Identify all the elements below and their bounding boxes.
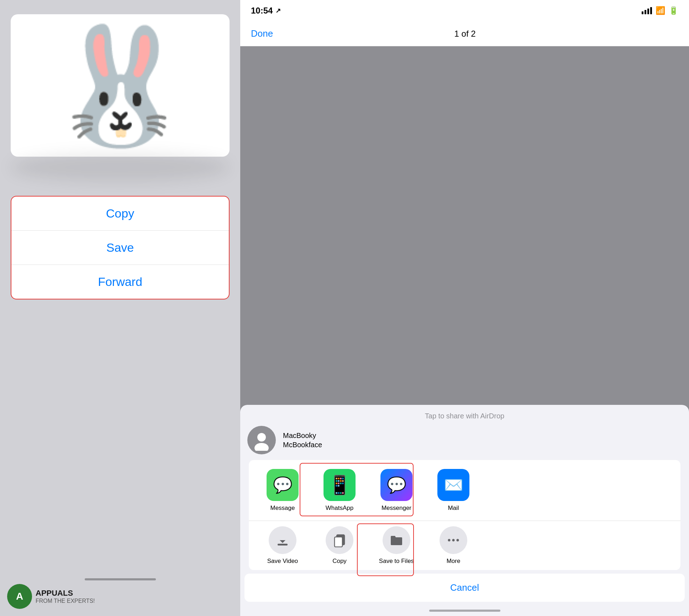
home-indicator-right (240, 605, 689, 616)
save-video-label: Save Video (267, 558, 298, 565)
watermark-name: APPUALS (36, 589, 95, 598)
wifi-icon: 📶 (656, 6, 665, 15)
svg-point-0 (257, 433, 266, 442)
emoji-card: 🐰 (11, 14, 230, 157)
messenger-label: Messenger (382, 505, 411, 512)
save-menu-item[interactable]: Save (11, 231, 229, 265)
battery-icon: 🔋 (669, 6, 678, 15)
svg-rect-2 (278, 544, 288, 545)
more-label: More (447, 558, 461, 565)
whatsapp-icon: 📱 (324, 469, 356, 501)
share-sheet: Tap to share with AirDrop MacBookyMcBook… (240, 405, 689, 616)
watermark: A APPUALS FROM THE EXPERTS! (7, 584, 95, 609)
watermark-tagline: FROM THE EXPERTS! (36, 598, 95, 604)
status-bar: 10:54 ↗ 📶 🔋 (240, 0, 689, 21)
apps-row-container: 💬 Message 📱 WhatsApp 💬 (244, 460, 685, 521)
whatsapp-app[interactable]: 📱 WhatsApp (311, 464, 368, 517)
preview-area: 🐰 Tap to share with AirDrop MacBookyMcBo… (240, 46, 689, 616)
contact-avatar (247, 426, 276, 454)
svg-point-6 (452, 539, 455, 542)
mail-app[interactable]: ✉️ Mail (425, 464, 482, 517)
save-to-files-icon (383, 526, 410, 554)
status-icons: 📶 🔋 (642, 6, 678, 15)
messenger-icon: 💬 (380, 469, 412, 501)
signal-bar-2 (645, 10, 646, 14)
signal-bars (642, 7, 652, 14)
appuals-logo: A (7, 584, 32, 609)
contact-row: MacBookyMcBookface (240, 426, 689, 460)
done-button[interactable]: Done (251, 28, 273, 39)
nav-bar: Done 1 of 2 (240, 21, 689, 46)
svg-point-5 (448, 539, 451, 542)
bunny-emoji: 🐰 (49, 28, 191, 142)
message-icon: 💬 (267, 469, 299, 501)
save-to-files-label: Save to Files (379, 558, 414, 565)
status-time: 10:54 ↗ (251, 6, 281, 16)
save-video-icon (269, 526, 296, 554)
mail-label: Mail (448, 505, 459, 512)
home-indicator (85, 578, 156, 580)
context-menu: Copy Save Forward (11, 196, 230, 299)
save-to-files-action[interactable]: Save to Files (368, 521, 425, 570)
more-action[interactable]: More (425, 521, 482, 570)
actions-row: Save Video Copy (249, 521, 680, 570)
copy-action[interactable]: Copy (311, 521, 368, 570)
apps-row: 💬 Message 📱 WhatsApp 💬 (249, 460, 680, 521)
mail-icon: ✉️ (437, 469, 469, 501)
messenger-app[interactable]: 💬 Messenger (368, 464, 425, 517)
save-video-action[interactable]: Save Video (254, 521, 311, 570)
home-bar (429, 610, 500, 612)
shadow (11, 153, 230, 182)
svg-point-7 (457, 539, 459, 542)
copy-label: Copy (332, 558, 347, 565)
nav-title: 1 of 2 (454, 29, 476, 39)
left-panel: 🐰 Copy Save Forward A APPUALS FROM THE E… (0, 0, 240, 616)
message-app[interactable]: 💬 Message (254, 464, 311, 517)
cancel-button[interactable]: Cancel (244, 574, 685, 602)
right-panel: 10:54 ↗ 📶 🔋 Done 1 of 2 🐰 Tap to share w… (240, 0, 689, 616)
signal-bar-1 (642, 11, 643, 14)
location-icon: ↗ (275, 7, 281, 15)
contact-name: MacBookyMcBookface (283, 431, 322, 449)
message-label: Message (270, 505, 295, 512)
whatsapp-label: WhatsApp (326, 505, 353, 512)
more-icon (440, 526, 467, 554)
copy-icon (326, 526, 353, 554)
copy-menu-item[interactable]: Copy (11, 197, 229, 231)
svg-point-1 (254, 443, 269, 451)
airdrop-hint: Tap to share with AirDrop (240, 412, 689, 420)
svg-rect-4 (335, 537, 342, 547)
signal-bar-4 (650, 7, 652, 14)
signal-bar-3 (647, 9, 649, 14)
forward-menu-item[interactable]: Forward (11, 265, 229, 299)
actions-row-container: Save Video Copy (244, 521, 685, 570)
